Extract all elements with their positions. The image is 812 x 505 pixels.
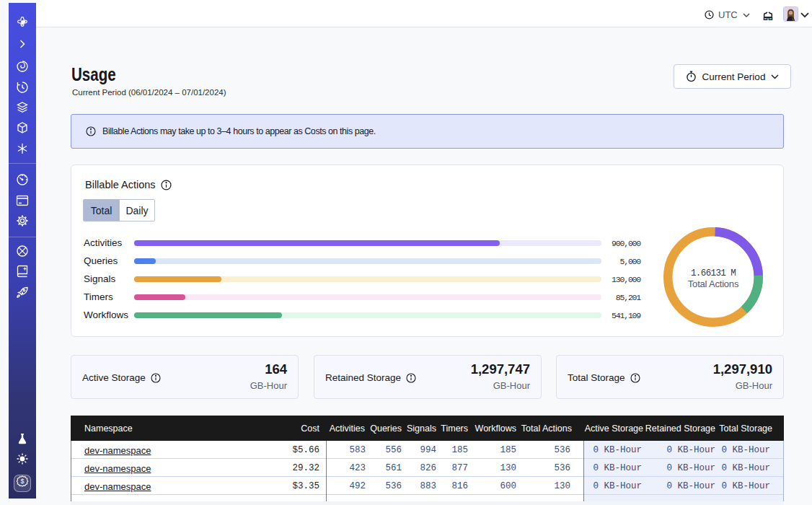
svg-text:$: $ xyxy=(20,478,24,485)
svg-text:1.66131 M: 1.66131 M xyxy=(691,268,736,278)
svg-text:Total Actions: Total Actions xyxy=(688,278,739,289)
